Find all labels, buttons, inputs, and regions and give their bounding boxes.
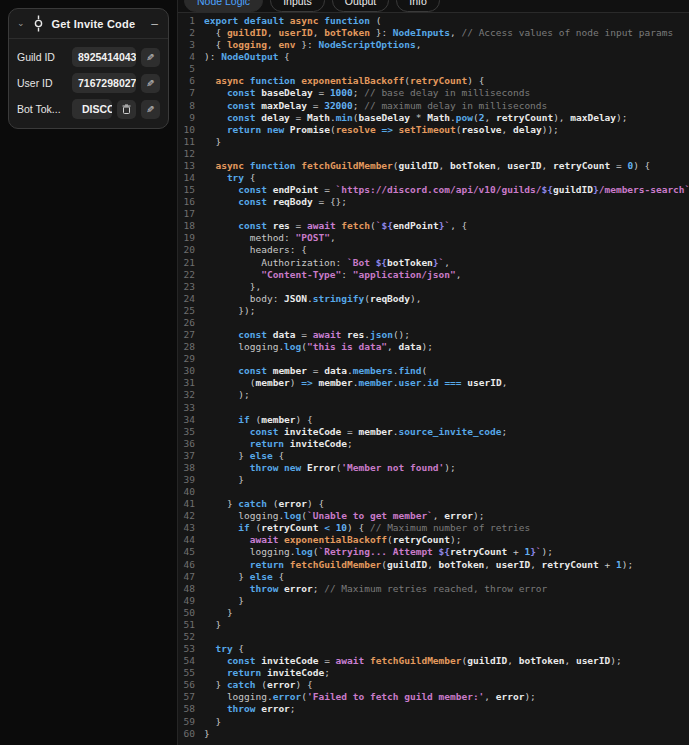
code-line: 54 const inviteCode = await fetchGuildMe…	[178, 655, 689, 667]
code-line: 11 }	[178, 136, 689, 148]
user-id-label: User ID	[17, 77, 67, 89]
code-text: const delay = Math.min(baseDelay * Math.…	[204, 112, 689, 124]
code-text: logging.log(`Retrying... Attempt ${retry…	[204, 546, 689, 558]
field-row-bot-token: Bot Tok... DISCORD...	[17, 99, 160, 119]
line-number: 7	[178, 87, 204, 99]
line-number: 60	[178, 728, 204, 740]
line-number: 42	[178, 510, 204, 522]
code-line: 51 }	[178, 619, 689, 631]
line-number: 21	[178, 257, 204, 269]
user-id-input[interactable]: 716729802736...	[72, 73, 136, 93]
pencil-icon: ✎	[146, 52, 154, 63]
code-text: const baseDelay = 1000; // base delay in…	[204, 87, 689, 99]
line-number: 52	[178, 631, 204, 643]
pencil-icon: ✎	[146, 78, 154, 89]
code-line: 15 const endPoint = `https://discord.com…	[178, 184, 689, 196]
code-lines[interactable]: 1export default async function (2 { guil…	[178, 13, 689, 740]
code-line: 35 const inviteCode = member.source_invi…	[178, 426, 689, 438]
field-row-user-id: User ID 716729802736... ✎	[17, 73, 160, 93]
code-text	[204, 208, 689, 220]
code-line: 21 Authorization: `Bot ${botToken}`,	[178, 257, 689, 269]
line-number: 41	[178, 498, 204, 510]
code-line: 4): NodeOutput {	[178, 51, 689, 63]
tab-node-logic[interactable]: Node Logic	[184, 0, 263, 12]
tab-info[interactable]: Info	[396, 0, 440, 12]
line-number: 44	[178, 534, 204, 546]
code-text	[204, 631, 689, 643]
code-line: 34 if (member) {	[178, 414, 689, 426]
line-number: 30	[178, 365, 204, 377]
code-text: throw new Error('Member not found');	[204, 462, 689, 474]
line-number: 18	[178, 220, 204, 232]
line-number: 10	[178, 124, 204, 136]
code-text: }	[204, 474, 689, 486]
line-number: 46	[178, 559, 204, 571]
code-line: 2 { guildID, userID, botToken }: NodeInp…	[178, 27, 689, 39]
line-number: 43	[178, 522, 204, 534]
tab-inputs[interactable]: Inputs	[270, 0, 325, 12]
code-text: } else {	[204, 571, 689, 583]
line-number: 16	[178, 196, 204, 208]
code-text: logging.log("this is data", data);	[204, 341, 689, 353]
code-line: 10 return new Promise(resolve => setTime…	[178, 124, 689, 136]
code-text: const inviteCode = await fetchGuildMembe…	[204, 655, 689, 667]
node-card-header[interactable]: ⌄ Get Invite Code –	[9, 9, 168, 39]
code-line: 59 }	[178, 716, 689, 728]
code-line: 31 (member) => member.member.user.id ===…	[178, 377, 689, 389]
tab-strip: Node Logic Inputs Output Info	[184, 0, 440, 12]
line-number: 33	[178, 402, 204, 414]
code-text: Authorization: `Bot ${botToken}`,	[204, 257, 689, 269]
commit-node-icon	[32, 15, 45, 32]
line-number: 58	[178, 703, 204, 715]
code-text: const reqBody = {};	[204, 196, 689, 208]
code-line: 45 logging.log(`Retrying... Attempt ${re…	[178, 546, 689, 558]
line-number: 11	[178, 136, 204, 148]
node-card-body: Guild ID 89254140430... ✎ User ID 716729…	[9, 39, 168, 128]
code-line: 40	[178, 486, 689, 498]
line-number: 36	[178, 438, 204, 450]
line-number: 26	[178, 317, 204, 329]
line-number: 59	[178, 716, 204, 728]
code-line: 44 await exponentialBackoff(retryCount);	[178, 534, 689, 546]
code-line: 41 } catch (error) {	[178, 498, 689, 510]
line-number: 40	[178, 486, 204, 498]
code-line: 57 logging.error('Failed to fetch guild …	[178, 691, 689, 703]
guild-id-input[interactable]: 89254140430...	[72, 47, 136, 67]
minimize-icon[interactable]: –	[151, 18, 158, 30]
code-text: logging.error('Failed to fetch guild mem…	[204, 691, 689, 703]
code-line: 49 }	[178, 595, 689, 607]
edit-bot-token-button[interactable]: ✎	[141, 100, 160, 119]
line-number: 37	[178, 450, 204, 462]
code-text: (member) => member.member.user.id === us…	[204, 377, 689, 389]
code-text	[204, 63, 689, 75]
code-text: try {	[204, 643, 689, 655]
code-line: 55 return inviteCode;	[178, 667, 689, 679]
code-line: 50 }	[178, 607, 689, 619]
line-number: 25	[178, 305, 204, 317]
edit-user-id-button[interactable]: ✎	[141, 74, 160, 93]
code-text: }	[204, 136, 689, 148]
bot-token-label: Bot Tok...	[17, 103, 67, 115]
code-text	[204, 353, 689, 365]
line-number: 51	[178, 619, 204, 631]
delete-bot-token-button[interactable]	[117, 100, 136, 119]
line-number: 49	[178, 595, 204, 607]
code-line: 52	[178, 631, 689, 643]
code-line: 60}	[178, 728, 689, 740]
collapse-chevron-icon[interactable]: ⌄	[17, 19, 25, 28]
code-line: 16 const reqBody = {};	[178, 196, 689, 208]
bot-token-input[interactable]: DISCORD...	[72, 99, 112, 119]
field-row-guild-id: Guild ID 89254140430... ✎	[17, 47, 160, 67]
edit-guild-id-button[interactable]: ✎	[141, 48, 160, 67]
bot-token-value: DISCORD...	[82, 103, 112, 115]
code-line: 30 const member = data.members.find(	[178, 365, 689, 377]
code-line: 32 );	[178, 389, 689, 401]
code-text	[204, 317, 689, 329]
tab-output[interactable]: Output	[332, 0, 390, 12]
guild-id-label: Guild ID	[17, 51, 67, 63]
code-text: const res = await fetch(`${endPoint}`, {	[204, 220, 689, 232]
node-card[interactable]: ⌄ Get Invite Code – Guild ID 89254140430…	[8, 8, 169, 129]
code-text: throw error;	[204, 703, 689, 715]
code-line: 38 throw new Error('Member not found');	[178, 462, 689, 474]
code-line: 25 });	[178, 305, 689, 317]
